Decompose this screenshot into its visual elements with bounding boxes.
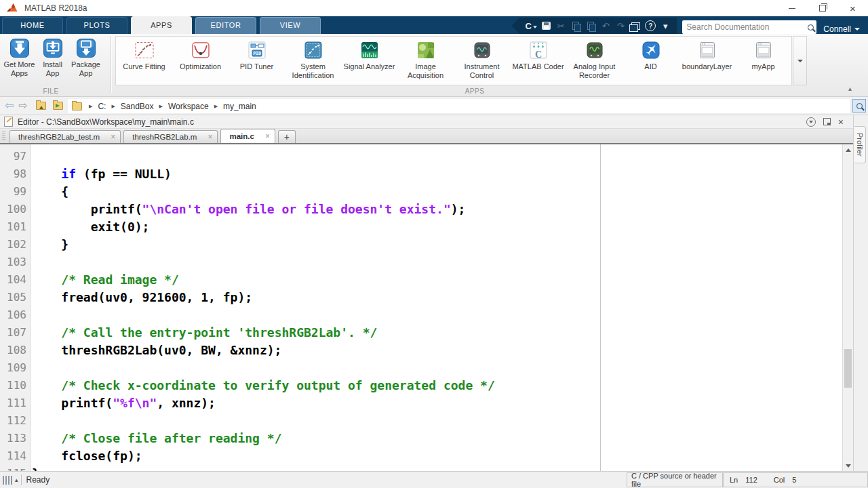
breadcrumb-separator-icon: ▶ bbox=[214, 104, 218, 109]
close-tab-icon[interactable]: × bbox=[265, 131, 270, 141]
profiler-tab[interactable]: Profiler bbox=[854, 126, 866, 163]
current-folder-icon[interactable] bbox=[72, 102, 82, 110]
restore-button[interactable] bbox=[807, 0, 837, 16]
undock-icon[interactable] bbox=[823, 118, 831, 125]
user-menu-button[interactable]: Connell bbox=[823, 24, 860, 34]
app-signal-analyzer[interactable]: Signal Analyzer bbox=[341, 37, 397, 85]
browse-folder-icon[interactable] bbox=[53, 102, 63, 110]
app-aid[interactable]: AID bbox=[623, 37, 679, 85]
toolbar-options-icon[interactable]: ▾ bbox=[658, 19, 673, 33]
close-editor-icon[interactable]: × bbox=[838, 117, 844, 127]
app-curve-fitting[interactable]: Curve Fitting bbox=[116, 37, 172, 85]
search-folder-button[interactable] bbox=[852, 99, 866, 113]
file-section-label: FILE bbox=[35, 87, 66, 95]
app-image-acquisition[interactable]: Image Acquisition bbox=[397, 37, 454, 85]
code-text: /* Call the entry-point 'threshRGB2Lab'.… bbox=[31, 324, 377, 342]
toolstrip-tab-editor[interactable]: EDITOR bbox=[195, 17, 256, 34]
cut-icon[interactable]: ✂ bbox=[553, 19, 568, 33]
code-text: exit(0); bbox=[31, 218, 149, 236]
close-button[interactable]: × bbox=[837, 0, 868, 16]
statusbar-expand-icon[interactable]: ▴ bbox=[15, 476, 18, 483]
paste-icon[interactable] bbox=[583, 19, 598, 33]
undo-icon[interactable]: ↶ bbox=[598, 19, 613, 33]
search-icon[interactable] bbox=[808, 24, 814, 30]
line-number: 111 bbox=[0, 394, 31, 412]
generic-app-icon bbox=[697, 40, 717, 60]
code-line: 110 /* Check x-coordinate to verify outp… bbox=[0, 377, 842, 394]
editor-tab-threshrgb2lab-test-m[interactable]: threshRGB2Lab_test.m× bbox=[9, 130, 121, 143]
line-number: 109 bbox=[0, 359, 31, 377]
editor-tab-label: threshRGB2Lab_test.m bbox=[18, 133, 100, 141]
scroll-down-button[interactable] bbox=[843, 460, 853, 471]
editor-actions-menu-icon[interactable] bbox=[806, 117, 816, 127]
line-number: 101 bbox=[0, 218, 31, 236]
app-matlab-coder[interactable]: CMATLAB Coder bbox=[510, 37, 566, 85]
get-more-apps-button[interactable]: Get More Apps bbox=[3, 37, 36, 78]
editor-tab-threshrgb2lab-m[interactable]: threshRGB2Lab.m× bbox=[123, 130, 218, 143]
breadcrumb-item-workspace[interactable]: Workspace bbox=[168, 102, 209, 111]
code-text: threshRGB2Lab(uv0, BW, &xnnz); bbox=[31, 342, 281, 359]
col-label: Col bbox=[774, 476, 785, 484]
forward-arrow-icon[interactable]: ⇨ bbox=[18, 100, 27, 111]
save-icon[interactable] bbox=[538, 19, 553, 33]
toolstrip-tab-view[interactable]: VIEW bbox=[260, 17, 321, 34]
code-text: { bbox=[31, 183, 68, 201]
file-group: Get More AppsInstall AppPackage App bbox=[3, 37, 102, 78]
gallery-dropdown-button[interactable] bbox=[793, 36, 807, 85]
close-tab-icon[interactable]: × bbox=[208, 132, 212, 142]
window-titlebar: MATLAB R2018a × bbox=[0, 0, 868, 16]
statusbar-divider bbox=[21, 474, 22, 485]
ribbon-divider bbox=[111, 36, 111, 93]
code-line: 112 bbox=[0, 412, 842, 430]
toolstrip-tab-apps[interactable]: APPS bbox=[131, 16, 192, 34]
breadcrumb-item-my-main[interactable]: my_main bbox=[223, 102, 256, 111]
code-text bbox=[31, 148, 32, 165]
quick-access-toolbar: C✂↶↷?▾ bbox=[511, 18, 677, 34]
editor-scrollbar[interactable] bbox=[842, 144, 853, 471]
app-analog-input-recorder[interactable]: Analog Input Recorder bbox=[566, 37, 623, 85]
scroll-up-button[interactable] bbox=[843, 144, 853, 155]
up-one-level-icon[interactable] bbox=[36, 102, 46, 110]
app-optimization[interactable]: Optimization bbox=[172, 37, 229, 85]
toolstrip-tab-list: HOMEPLOTSAPPSEDITORVIEW bbox=[0, 16, 324, 34]
user-name: Connell bbox=[823, 24, 851, 34]
app-system-identification[interactable]: System Identification bbox=[285, 37, 341, 85]
back-arrow-icon[interactable]: ⇦ bbox=[5, 100, 14, 111]
collapse-ribbon-button[interactable]: ▴ bbox=[848, 85, 852, 92]
new-tab-button[interactable]: + bbox=[278, 130, 296, 143]
help-icon[interactable]: ? bbox=[643, 19, 658, 33]
app-instrument-control[interactable]: Instrument Control bbox=[454, 37, 510, 85]
restore-icon bbox=[819, 5, 826, 12]
apps-ribbon: Get More AppsInstall AppPackage App Curv… bbox=[0, 34, 868, 97]
line-number: 112 bbox=[0, 412, 31, 430]
toolstrip-tab-plots[interactable]: PLOTS bbox=[66, 17, 127, 34]
editor-tab-main-c[interactable]: main.c× bbox=[220, 129, 275, 143]
shortcut-c-icon[interactable]: C bbox=[524, 19, 538, 33]
code-area[interactable]: 9798 if (fp == NULL)99 {100 printf("\nCa… bbox=[0, 148, 842, 471]
code-text: printf("%f\n", xnnz); bbox=[31, 394, 216, 412]
package-app-button[interactable]: Package App bbox=[69, 37, 102, 78]
editor-tab-label: threshRGB2Lab.m bbox=[132, 133, 197, 141]
switch-windows-icon[interactable] bbox=[628, 19, 643, 33]
toolstrip-tab-home[interactable]: HOME bbox=[2, 17, 63, 34]
copy-icon[interactable] bbox=[568, 19, 583, 33]
statusbar-grip-icon[interactable] bbox=[3, 476, 13, 485]
install-app-button[interactable]: Install App bbox=[36, 37, 69, 78]
redo-icon[interactable]: ↷ bbox=[613, 19, 628, 33]
breadcrumb-item-sandbox[interactable]: SandBox bbox=[121, 102, 154, 111]
minimize-button[interactable] bbox=[776, 0, 807, 16]
app-pid-tuner[interactable]: PIDPID Tuner bbox=[229, 37, 285, 85]
code-text bbox=[31, 359, 32, 377]
search-documentation-input[interactable] bbox=[685, 22, 808, 33]
matlab-logo-icon bbox=[7, 3, 19, 14]
app-myapp[interactable]: myApp bbox=[735, 37, 791, 85]
image-acquisition-icon bbox=[416, 40, 436, 60]
breadcrumb-item-c[interactable]: C: bbox=[98, 102, 106, 111]
line-number: 114 bbox=[0, 447, 31, 465]
scrollbar-thumb[interactable] bbox=[844, 349, 852, 388]
line-number: 102 bbox=[0, 236, 31, 253]
close-tab-icon[interactable]: × bbox=[111, 132, 115, 142]
install-app-icon bbox=[43, 38, 63, 58]
tabbar-grip[interactable] bbox=[2, 131, 5, 141]
app-boundarylayer[interactable]: boundaryLayer bbox=[679, 37, 735, 85]
